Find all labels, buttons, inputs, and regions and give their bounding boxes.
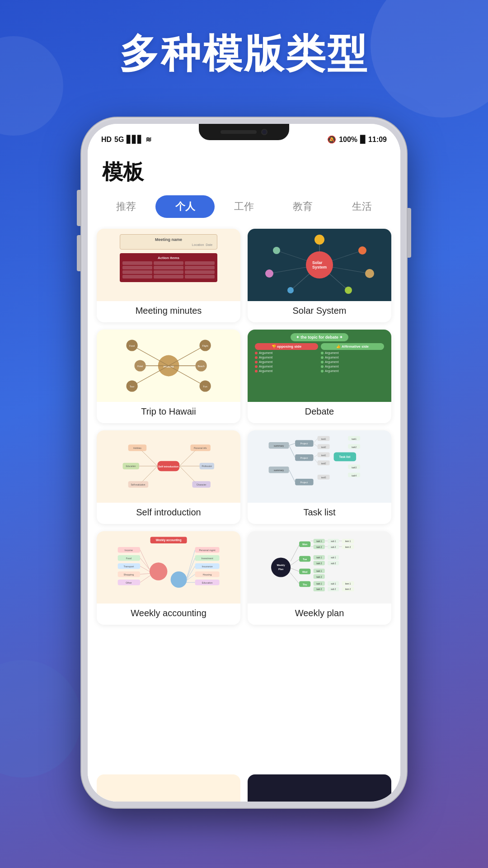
tab-personal[interactable]: 个人 — [155, 195, 214, 218]
svg-text:sub 2: sub 2 — [331, 588, 336, 590]
svg-text:Education: Education — [126, 466, 136, 468]
debate-affirmative-side: 👍 Affirmative side Argument Argument Arg… — [321, 343, 384, 398]
svg-text:task2: task2 — [352, 446, 357, 448]
svg-text:Character: Character — [197, 484, 206, 486]
category-tabs: 推荐 个人 工作 教育 生活 — [88, 192, 400, 225]
debate-opposing-side: 👎 opposing side Argument Argument Argume… — [255, 343, 318, 398]
svg-text:Housing: Housing — [203, 573, 212, 576]
app-header: 模板 — [88, 147, 400, 192]
planet-1 — [314, 235, 324, 245]
signal-bars-icon: ▋▋▋ — [127, 135, 143, 144]
svg-text:Education: Education — [202, 581, 213, 584]
mute-icon: 🔕 — [327, 135, 336, 144]
svg-text:Tue: Tue — [303, 558, 307, 561]
svg-text:task 2: task 2 — [316, 562, 322, 565]
svg-text:task 1: task 1 — [316, 583, 322, 585]
phone-mockup: HD 5G ▋▋▋ ≋ 🔕 100% ▉ 11:09 模板 — [81, 118, 407, 808]
svg-text:sub 1: sub 1 — [331, 540, 336, 542]
tab-life[interactable]: 生活 — [333, 195, 391, 218]
svg-text:Shopping: Shopping — [123, 573, 134, 576]
svg-text:task3: task3 — [352, 467, 357, 469]
svg-text:Personal info: Personal info — [194, 447, 207, 449]
svg-line-136 — [291, 559, 299, 566]
svg-text:Profession: Profession — [202, 466, 212, 468]
thumbnail-trip-hawaii: Hawaii Food — [97, 330, 240, 402]
svg-line-77 — [289, 443, 296, 446]
signal-5g: 5G — [114, 136, 124, 144]
svg-text:task3: task3 — [321, 476, 326, 479]
svg-text:Hobbies: Hobbies — [133, 447, 141, 449]
app-title: 模板 — [102, 158, 386, 186]
label-trip-hawaii: Trip to Hawaii — [97, 402, 240, 423]
svg-text:Self-evaluation: Self-evaluation — [131, 484, 145, 486]
svg-text:sub 1: sub 1 — [331, 583, 336, 585]
label-debate: Debate — [248, 402, 391, 423]
template-card-solar-system[interactable]: SolarSystem Solar System — [248, 229, 391, 322]
tab-work[interactable]: 工作 — [215, 195, 273, 218]
partial-card-left[interactable] — [97, 774, 240, 802]
svg-text:Food: Food — [126, 557, 131, 560]
svg-text:Thu: Thu — [303, 583, 307, 586]
svg-text:Mon: Mon — [302, 543, 307, 546]
svg-text:Project: Project — [300, 457, 308, 459]
svg-text:task 2: task 2 — [316, 588, 322, 590]
status-left: HD 5G ▋▋▋ ≋ — [101, 135, 151, 144]
svg-text:Fun: Fun — [203, 385, 207, 388]
template-card-weekly-accounting[interactable]: Weekly accounting Income Food Tra — [97, 531, 240, 625]
template-card-meeting-minutes[interactable]: Meeting name LocationDate Action items — [97, 229, 240, 322]
thumbnail-meeting-minutes: Meeting name LocationDate Action items — [97, 229, 240, 301]
template-card-weekly-plan[interactable]: Weekly Plan Mon task 1 task 2 — [248, 531, 391, 625]
battery-percent: 100% — [339, 136, 357, 144]
svg-line-113 — [187, 550, 195, 577]
bottom-partial-row — [88, 774, 400, 802]
svg-text:item 1: item 1 — [345, 540, 351, 542]
svg-text:sub 2: sub 2 — [331, 546, 336, 548]
planet-5 — [287, 287, 294, 293]
svg-line-110 — [140, 566, 150, 571]
svg-text:Income: Income — [125, 549, 133, 552]
debate-topic-label: ✦ the topic for debate ✦ — [291, 333, 349, 341]
svg-text:task 1: task 1 — [316, 570, 322, 572]
tab-education[interactable]: 教育 — [273, 195, 332, 218]
svg-line-79 — [289, 470, 296, 482]
svg-line-81 — [314, 443, 318, 447]
svg-text:item 2: item 2 — [345, 588, 351, 590]
svg-text:task 1: task 1 — [316, 557, 322, 559]
phone-notch — [199, 124, 289, 140]
hd-badge: HD — [101, 136, 112, 144]
planet-4 — [345, 287, 352, 294]
svg-text:summary: summary — [274, 444, 284, 447]
template-card-trip-hawaii[interactable]: Hawaii Food — [97, 330, 240, 423]
svg-text:Beach: Beach — [197, 365, 204, 368]
svg-text:Flight: Flight — [202, 344, 208, 347]
svg-line-80 — [314, 439, 318, 443]
solar-center-node: SolarSystem — [306, 251, 333, 278]
planet-3 — [365, 269, 374, 278]
svg-text:Plan: Plan — [278, 568, 283, 571]
svg-line-154 — [290, 572, 299, 584]
partial-card-right[interactable] — [248, 774, 391, 802]
screen-content: 模板 推荐 个人 工作 教育 生活 — [88, 147, 400, 802]
tab-recommended[interactable]: 推荐 — [97, 195, 155, 218]
svg-text:Wed: Wed — [302, 571, 307, 573]
svg-text:Personal mgmt: Personal mgmt — [199, 549, 216, 552]
thumbnail-solar-system: SolarSystem — [248, 229, 391, 301]
svg-text:Task list: Task list — [339, 455, 351, 458]
template-card-self-introduction[interactable]: Self introduction — [97, 430, 240, 524]
svg-line-82 — [314, 455, 318, 458]
svg-text:task 2: task 2 — [316, 546, 322, 548]
template-card-task-list[interactable]: summary summary Project Project Project — [248, 430, 391, 524]
svg-text:Project: Project — [300, 481, 308, 484]
template-card-debate[interactable]: ✦ the topic for debate ✦ 👎 opposing side… — [248, 330, 391, 423]
svg-text:sub 2: sub 2 — [331, 562, 336, 565]
svg-text:task 2: task 2 — [316, 576, 322, 578]
label-weekly-plan: Weekly plan — [248, 604, 391, 625]
svg-text:item 2: item 2 — [345, 546, 351, 548]
hero-title: 多种模版类型 — [0, 27, 488, 81]
label-weekly-accounting: Weekly accounting — [97, 604, 240, 625]
svg-point-87 — [171, 571, 187, 588]
wifi-icon: ≋ — [145, 135, 151, 144]
svg-line-78 — [289, 445, 296, 458]
svg-point-86 — [150, 562, 168, 580]
clock: 11:09 — [368, 136, 387, 144]
